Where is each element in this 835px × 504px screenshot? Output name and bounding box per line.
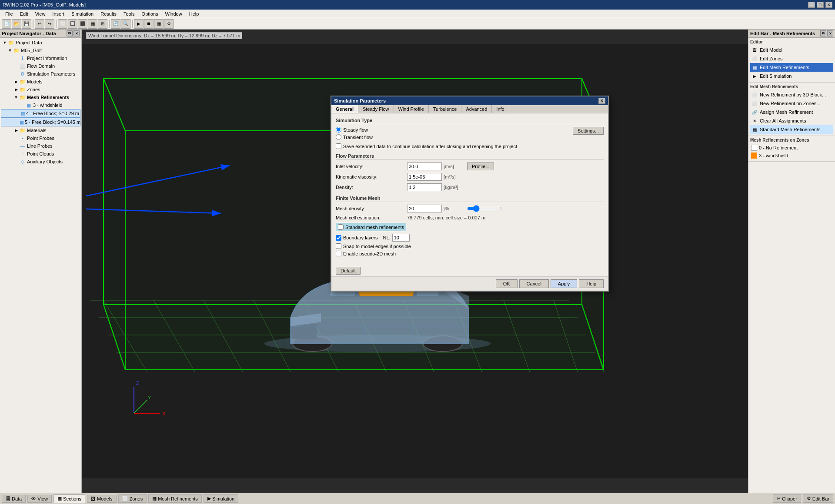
save-extended-checkbox[interactable] [336, 143, 341, 149]
zone-0-item[interactable]: 0 - No Refinement [750, 144, 833, 152]
tab-wind-profile[interactable]: Wind Profile [394, 105, 429, 113]
tree-line-probes[interactable]: — Line Probes [1, 142, 80, 150]
maximize-btn[interactable]: □ [817, 2, 824, 8]
standard-mesh-item[interactable]: ▦ Standard Mesh Refinements [750, 125, 833, 134]
toolbar-play[interactable]: ▶ [134, 19, 144, 29]
edit-zones-item[interactable]: ⬜ Edit Zones [750, 54, 833, 63]
panel-close-btn[interactable]: ✕ [73, 30, 80, 36]
toolbar-open[interactable]: 📂 [12, 19, 21, 29]
toolbar-btn7[interactable]: ⊞ [98, 19, 107, 29]
snap-edges-checkbox[interactable] [336, 243, 341, 249]
edit-bar-close-btn[interactable]: ✕ [827, 30, 833, 36]
toolbar-zoom[interactable]: 🔍 [121, 19, 130, 29]
tree-root[interactable]: ▼ 📁 Project Data [1, 39, 80, 46]
expand-models[interactable]: ▶ [13, 79, 19, 85]
tree-point-probes[interactable]: • Point Probes [1, 134, 80, 142]
menu-view[interactable]: View [32, 11, 49, 17]
pseudo-2d-checkbox[interactable] [336, 251, 341, 256]
edit-model-item[interactable]: 🖼 Edit Model [750, 46, 833, 54]
menu-tools[interactable]: Tools [120, 11, 138, 17]
tab-steady-flow[interactable]: Steady Flow [358, 105, 394, 113]
zone-3-item[interactable]: 3 - windshield [750, 152, 833, 159]
tree-sim-params[interactable]: ⚙ Simulation Parameters [1, 70, 80, 78]
tab-turbulence[interactable]: Turbulence [429, 105, 462, 113]
menu-simulation[interactable]: Simulation [68, 11, 97, 17]
toolbar-redo[interactable]: ↪ [45, 19, 54, 29]
tree-models[interactable]: ▶ 📁 Models [1, 78, 80, 86]
menu-edit[interactable]: Edit [17, 11, 32, 17]
status-tab-mesh-refinements[interactable]: ▦ Mesh Refinements [148, 494, 202, 503]
new-refinement-zones-item[interactable]: ⬜ New Refinement on Zones... [750, 99, 833, 108]
status-clipper-btn[interactable]: ✂ Clipper [773, 494, 801, 503]
status-tab-models[interactable]: 🖼 Models [87, 495, 116, 503]
tree-flow-domain[interactable]: ⬜ Flow Domain [1, 62, 80, 70]
assign-mesh-item[interactable]: 🔗 Assign Mesh Refinement [750, 108, 833, 116]
ok-btn[interactable]: OK [496, 279, 518, 288]
expand-m05golf[interactable]: ▼ [7, 47, 13, 53]
new-refinement-3d-item[interactable]: ⬜ New Refinement by 3D Block... [750, 90, 833, 99]
steady-flow-radio[interactable] [336, 127, 341, 133]
toolbar-rotate[interactable]: 🔄 [111, 19, 120, 29]
profile-btn[interactable]: Profile... [467, 162, 494, 170]
toolbar-btn6[interactable]: ▦ [88, 19, 97, 29]
menu-results[interactable]: Results [97, 11, 120, 17]
expand-zones[interactable]: ▶ [13, 86, 19, 93]
tree-mesh-5[interactable]: ▦ 5 - Free Block; S=0.145 m [1, 118, 80, 126]
default-btn[interactable]: Default [336, 267, 361, 275]
panel-float-btn[interactable]: ⧉ [67, 30, 73, 36]
expand-root[interactable]: ▼ [2, 40, 8, 46]
tree-point-clouds[interactable]: ⁘ Point Clouds [1, 150, 80, 158]
status-tab-sections[interactable]: ▦ Sections [53, 494, 85, 503]
edit-sim-item[interactable]: ▶ Edit Simulation [750, 72, 833, 80]
boundary-layers-checkbox[interactable] [336, 235, 341, 241]
status-editbar-btn[interactable]: ⚙ Edit Bar [803, 494, 833, 503]
tree-mesh-4[interactable]: ▦ 4 - Free Block; S=0.29 m [1, 109, 80, 118]
toolbar-mesh[interactable]: ▦ [154, 19, 164, 29]
tab-advanced[interactable]: Advanced [461, 105, 492, 113]
expand-materials[interactable]: ▶ [13, 127, 19, 133]
toolbar-btn4[interactable]: 🔲 [68, 19, 77, 29]
toolbar-undo[interactable]: ↩ [35, 19, 44, 29]
tree-materials[interactable]: ▶ 📁 Materials [1, 126, 80, 134]
tree-project-info[interactable]: ℹ Project Information [1, 54, 80, 62]
toolbar-btn5[interactable]: ⬛ [78, 19, 87, 29]
modal-close-btn[interactable]: ✕ [598, 98, 605, 104]
tab-general[interactable]: General [331, 105, 358, 113]
edit-bar-float-btn[interactable]: ⧉ [820, 30, 826, 36]
transient-flow-radio[interactable] [336, 134, 341, 140]
apply-btn[interactable]: Apply [551, 279, 578, 288]
tree-mesh-refinements[interactable]: ▼ 📁 Mesh Refinements [1, 93, 80, 101]
settings-btn[interactable]: Settings... [573, 127, 604, 135]
status-tab-simulation[interactable]: ▶ Simulation [204, 494, 238, 503]
menu-help[interactable]: Help [186, 11, 203, 17]
tree-auxiliary-objects[interactable]: ◇ Auxiliary Objects [1, 158, 80, 166]
tree-m05golf[interactable]: ▼ 📁 M05_Golf [1, 46, 80, 54]
inlet-velocity-input[interactable] [407, 162, 442, 170]
nl-input[interactable] [392, 234, 410, 242]
minimize-btn[interactable]: — [808, 2, 815, 8]
clear-all-item[interactable]: ✕ Clear All Assignments [750, 116, 833, 125]
expand-mesh[interactable]: ▼ [13, 94, 19, 100]
toolbar-settings[interactable]: ⚙ [164, 19, 174, 29]
toolbar-btn3[interactable]: ⬜ [58, 19, 67, 29]
tree-zones[interactable]: ▶ 📁 Zones [1, 86, 80, 93]
toolbar-new[interactable]: 📄 [2, 19, 11, 29]
toolbar-save[interactable]: 💾 [22, 19, 31, 29]
menu-options[interactable]: Options [138, 11, 162, 17]
toolbar-stop[interactable]: ⏹ [144, 19, 154, 29]
status-tab-view[interactable]: 👁 View [27, 495, 52, 503]
tab-info[interactable]: Info [492, 105, 509, 113]
close-btn[interactable]: ✕ [825, 2, 832, 8]
kinematic-viscosity-input[interactable] [407, 173, 442, 181]
menu-insert[interactable]: Insert [49, 11, 68, 17]
standard-mesh-checkbox[interactable] [338, 224, 344, 230]
status-tab-zones[interactable]: ⬜ Zones [118, 494, 147, 503]
menu-file[interactable]: File [2, 11, 17, 17]
simulation-params-modal[interactable]: Simulation Parameters ✕ General Steady F… [331, 96, 609, 292]
status-tab-data[interactable]: 🗄 Data [2, 495, 26, 503]
mesh-density-slider[interactable] [467, 206, 502, 212]
cancel-btn[interactable]: Cancel [519, 279, 549, 288]
help-btn[interactable]: Help [579, 279, 604, 288]
menu-window[interactable]: Window [162, 11, 186, 17]
edit-mesh-item[interactable]: ▦ Edit Mesh Refinements [750, 63, 833, 72]
